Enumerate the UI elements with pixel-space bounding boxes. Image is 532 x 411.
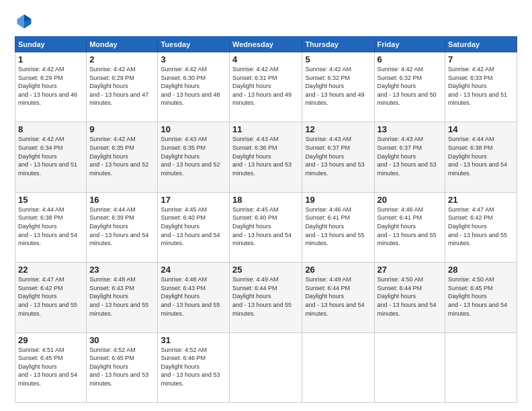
calendar-cell: 27 Sunrise: 4:50 AM Sunset: 6:44 PM Dayl… <box>374 263 445 332</box>
day-number: 21 <box>448 195 514 205</box>
day-info: Sunrise: 4:52 AM Sunset: 6:46 PM Dayligh… <box>161 346 226 388</box>
calendar-cell: 21 Sunrise: 4:47 AM Sunset: 6:42 PM Dayl… <box>445 192 517 262</box>
calendar-cell <box>302 332 374 402</box>
calendar-cell <box>445 332 517 402</box>
svg-marker-1 <box>17 15 25 29</box>
calendar-week-4: 22 Sunrise: 4:47 AM Sunset: 6:42 PM Dayl… <box>15 263 517 332</box>
day-info: Sunrise: 4:43 AM Sunset: 6:37 PM Dayligh… <box>305 135 371 177</box>
day-number: 29 <box>18 335 83 345</box>
calendar-cell: 25 Sunrise: 4:49 AM Sunset: 6:44 PM Dayl… <box>229 263 302 332</box>
calendar-header-saturday: Saturday <box>445 37 517 52</box>
day-number: 19 <box>305 195 371 205</box>
calendar-cell: 24 Sunrise: 4:48 AM Sunset: 6:43 PM Dayl… <box>158 263 230 332</box>
day-number: 23 <box>89 265 154 275</box>
day-info: Sunrise: 4:43 AM Sunset: 6:37 PM Dayligh… <box>378 135 443 177</box>
day-info: Sunrise: 4:47 AM Sunset: 6:42 PM Dayligh… <box>448 205 514 248</box>
day-info: Sunrise: 4:42 AM Sunset: 6:34 PM Dayligh… <box>18 135 83 177</box>
day-number: 1 <box>18 54 83 64</box>
calendar-cell: 12 Sunrise: 4:43 AM Sunset: 6:37 PM Dayl… <box>302 122 374 192</box>
day-number: 22 <box>18 265 83 275</box>
day-info: Sunrise: 4:48 AM Sunset: 6:43 PM Dayligh… <box>161 275 226 318</box>
calendar-week-1: 1 Sunrise: 4:42 AM Sunset: 6:29 PM Dayli… <box>15 52 517 122</box>
calendar-cell: 20 Sunrise: 4:46 AM Sunset: 6:41 PM Dayl… <box>374 192 445 262</box>
calendar-cell <box>229 332 302 402</box>
calendar-cell: 9 Sunrise: 4:42 AM Sunset: 6:35 PM Dayli… <box>87 122 158 192</box>
calendar-cell: 16 Sunrise: 4:44 AM Sunset: 6:39 PM Dayl… <box>87 192 158 262</box>
day-number: 25 <box>232 265 299 275</box>
day-info: Sunrise: 4:52 AM Sunset: 6:45 PM Dayligh… <box>89 346 154 388</box>
day-number: 28 <box>448 265 514 275</box>
day-number: 26 <box>305 265 371 275</box>
calendar-cell: 28 Sunrise: 4:50 AM Sunset: 6:45 PM Dayl… <box>445 263 517 332</box>
calendar-cell: 17 Sunrise: 4:45 AM Sunset: 6:40 PM Dayl… <box>158 192 230 262</box>
header <box>15 12 517 31</box>
page: SundayMondayTuesdayWednesdayThursdayFrid… <box>0 0 532 411</box>
day-info: Sunrise: 4:44 AM Sunset: 6:38 PM Dayligh… <box>448 135 514 177</box>
calendar-cell: 2 Sunrise: 4:42 AM Sunset: 6:29 PM Dayli… <box>87 52 158 122</box>
logo-icon <box>15 12 34 31</box>
day-info: Sunrise: 4:42 AM Sunset: 6:32 PM Dayligh… <box>305 65 371 107</box>
calendar-cell: 26 Sunrise: 4:49 AM Sunset: 6:44 PM Dayl… <box>302 263 374 332</box>
day-number: 17 <box>161 195 226 205</box>
day-number: 4 <box>232 54 299 64</box>
day-number: 10 <box>161 124 226 134</box>
day-info: Sunrise: 4:48 AM Sunset: 6:43 PM Dayligh… <box>89 275 154 318</box>
day-number: 20 <box>378 195 443 205</box>
calendar-cell: 11 Sunrise: 4:43 AM Sunset: 6:36 PM Dayl… <box>229 122 302 192</box>
calendar-header-monday: Monday <box>87 37 158 52</box>
calendar-cell: 29 Sunrise: 4:51 AM Sunset: 6:45 PM Dayl… <box>15 332 87 402</box>
calendar-header-wednesday: Wednesday <box>229 37 302 52</box>
day-number: 18 <box>232 195 299 205</box>
day-info: Sunrise: 4:47 AM Sunset: 6:42 PM Dayligh… <box>18 275 83 318</box>
calendar-cell <box>374 332 445 402</box>
calendar-cell: 18 Sunrise: 4:45 AM Sunset: 6:40 PM Dayl… <box>229 192 302 262</box>
calendar-week-3: 15 Sunrise: 4:44 AM Sunset: 6:38 PM Dayl… <box>15 192 517 262</box>
day-info: Sunrise: 4:42 AM Sunset: 6:35 PM Dayligh… <box>89 135 154 177</box>
day-info: Sunrise: 4:42 AM Sunset: 6:30 PM Dayligh… <box>161 65 226 107</box>
day-info: Sunrise: 4:46 AM Sunset: 6:41 PM Dayligh… <box>378 205 443 248</box>
day-info: Sunrise: 4:42 AM Sunset: 6:31 PM Dayligh… <box>232 65 299 107</box>
logo <box>15 12 36 31</box>
day-number: 14 <box>448 124 514 134</box>
calendar-header-sunday: Sunday <box>15 37 87 52</box>
day-info: Sunrise: 4:50 AM Sunset: 6:45 PM Dayligh… <box>448 275 514 318</box>
calendar-cell: 10 Sunrise: 4:43 AM Sunset: 6:35 PM Dayl… <box>158 122 230 192</box>
calendar-cell: 19 Sunrise: 4:46 AM Sunset: 6:41 PM Dayl… <box>302 192 374 262</box>
day-info: Sunrise: 4:42 AM Sunset: 6:29 PM Dayligh… <box>89 65 154 107</box>
day-number: 12 <box>305 124 371 134</box>
calendar-cell: 6 Sunrise: 4:42 AM Sunset: 6:32 PM Dayli… <box>374 52 445 122</box>
day-number: 30 <box>89 335 154 345</box>
day-info: Sunrise: 4:44 AM Sunset: 6:38 PM Dayligh… <box>18 205 83 248</box>
day-number: 2 <box>89 54 154 64</box>
day-info: Sunrise: 4:45 AM Sunset: 6:40 PM Dayligh… <box>161 205 226 248</box>
calendar-week-5: 29 Sunrise: 4:51 AM Sunset: 6:45 PM Dayl… <box>15 332 517 402</box>
calendar-cell: 30 Sunrise: 4:52 AM Sunset: 6:45 PM Dayl… <box>87 332 158 402</box>
day-number: 24 <box>161 265 226 275</box>
calendar-cell: 3 Sunrise: 4:42 AM Sunset: 6:30 PM Dayli… <box>158 52 230 122</box>
day-number: 7 <box>448 54 514 64</box>
calendar-header-tuesday: Tuesday <box>158 37 230 52</box>
calendar-header-friday: Friday <box>374 37 445 52</box>
calendar-cell: 14 Sunrise: 4:44 AM Sunset: 6:38 PM Dayl… <box>445 122 517 192</box>
day-number: 11 <box>232 124 299 134</box>
calendar-cell: 4 Sunrise: 4:42 AM Sunset: 6:31 PM Dayli… <box>229 52 302 122</box>
day-number: 13 <box>378 124 443 134</box>
day-number: 16 <box>89 195 154 205</box>
day-number: 27 <box>378 265 443 275</box>
calendar-cell: 7 Sunrise: 4:42 AM Sunset: 6:33 PM Dayli… <box>445 52 517 122</box>
calendar-cell: 23 Sunrise: 4:48 AM Sunset: 6:43 PM Dayl… <box>87 263 158 332</box>
day-info: Sunrise: 4:49 AM Sunset: 6:44 PM Dayligh… <box>232 275 299 318</box>
day-number: 6 <box>378 54 443 64</box>
calendar-cell: 15 Sunrise: 4:44 AM Sunset: 6:38 PM Dayl… <box>15 192 87 262</box>
day-info: Sunrise: 4:50 AM Sunset: 6:44 PM Dayligh… <box>378 275 443 318</box>
day-info: Sunrise: 4:42 AM Sunset: 6:32 PM Dayligh… <box>378 65 443 107</box>
day-number: 3 <box>161 54 226 64</box>
calendar-cell: 22 Sunrise: 4:47 AM Sunset: 6:42 PM Dayl… <box>15 263 87 332</box>
calendar-cell: 1 Sunrise: 4:42 AM Sunset: 6:29 PM Dayli… <box>15 52 87 122</box>
day-number: 15 <box>18 195 83 205</box>
calendar-table: SundayMondayTuesdayWednesdayThursdayFrid… <box>15 36 517 403</box>
header-row: SundayMondayTuesdayWednesdayThursdayFrid… <box>15 37 517 52</box>
calendar-cell: 13 Sunrise: 4:43 AM Sunset: 6:37 PM Dayl… <box>374 122 445 192</box>
calendar-cell: 31 Sunrise: 4:52 AM Sunset: 6:46 PM Dayl… <box>158 332 230 402</box>
calendar-cell: 8 Sunrise: 4:42 AM Sunset: 6:34 PM Dayli… <box>15 122 87 192</box>
